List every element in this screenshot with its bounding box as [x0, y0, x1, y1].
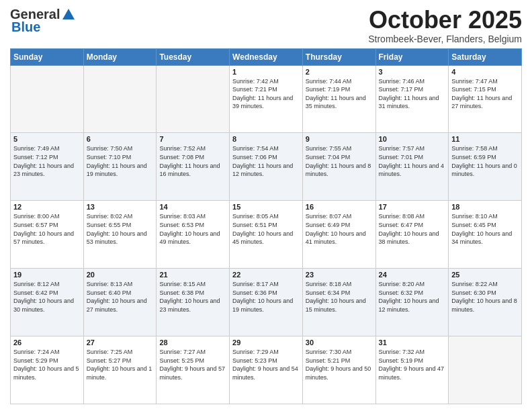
calendar-cell [11, 65, 84, 133]
calendar-cell [449, 336, 522, 404]
col-header-wednesday: Wednesday [230, 48, 303, 65]
day-info: Sunrise: 7:54 AMSunset: 7:06 PMDaylight:… [232, 144, 300, 178]
day-number: 28 [159, 338, 226, 347]
week-row-0: 1Sunrise: 7:42 AMSunset: 7:21 PMDaylight… [11, 65, 522, 133]
calendar-cell: 1Sunrise: 7:42 AMSunset: 7:21 PMDaylight… [230, 65, 303, 133]
week-row-4: 26Sunrise: 7:24 AMSunset: 5:29 PMDayligh… [11, 336, 522, 404]
calendar-cell: 22Sunrise: 8:17 AMSunset: 6:36 PMDayligh… [230, 269, 303, 336]
day-number: 5 [13, 135, 81, 143]
day-info: Sunrise: 7:49 AMSunset: 7:12 PMDaylight:… [13, 144, 81, 178]
day-info: Sunrise: 7:27 AMSunset: 5:25 PMDaylight:… [159, 348, 226, 381]
header: General Blue October 2025 Strombeek-Beve… [10, 7, 522, 44]
day-number: 18 [451, 203, 519, 211]
day-info: Sunrise: 8:22 AMSunset: 6:30 PMDaylight:… [451, 280, 519, 314]
day-number: 29 [232, 338, 300, 347]
calendar-cell: 9Sunrise: 7:55 AMSunset: 7:04 PMDaylight… [302, 133, 375, 201]
calendar-cell: 4Sunrise: 7:47 AMSunset: 7:15 PMDaylight… [449, 65, 522, 133]
day-number: 6 [87, 135, 154, 143]
day-number: 23 [306, 271, 373, 279]
calendar-cell: 10Sunrise: 7:57 AMSunset: 7:01 PMDayligh… [375, 133, 449, 201]
calendar-cell: 31Sunrise: 7:32 AMSunset: 5:19 PMDayligh… [375, 336, 449, 404]
col-header-saturday: Saturday [449, 48, 522, 65]
calendar-cell: 20Sunrise: 8:13 AMSunset: 6:40 PMDayligh… [83, 269, 157, 336]
calendar-cell: 11Sunrise: 7:58 AMSunset: 6:59 PMDayligh… [449, 133, 522, 201]
day-number: 17 [379, 203, 446, 211]
col-header-friday: Friday [375, 48, 449, 65]
calendar-cell: 13Sunrise: 8:02 AMSunset: 6:55 PMDayligh… [83, 201, 157, 269]
day-info: Sunrise: 7:42 AMSunset: 7:21 PMDaylight:… [232, 77, 300, 111]
day-info: Sunrise: 8:17 AMSunset: 6:36 PMDaylight:… [232, 280, 300, 314]
calendar-cell: 14Sunrise: 8:03 AMSunset: 6:53 PMDayligh… [157, 201, 230, 269]
calendar-cell: 5Sunrise: 7:49 AMSunset: 7:12 PMDaylight… [11, 133, 84, 201]
day-number: 26 [13, 338, 81, 347]
day-info: Sunrise: 7:52 AMSunset: 7:08 PMDaylight:… [159, 144, 226, 178]
month-title: October 2025 [368, 7, 522, 34]
calendar-cell: 17Sunrise: 8:08 AMSunset: 6:47 PMDayligh… [375, 201, 449, 269]
logo-icon [61, 7, 76, 22]
day-info: Sunrise: 7:55 AMSunset: 7:04 PMDaylight:… [306, 144, 373, 178]
day-number: 7 [159, 135, 226, 143]
day-info: Sunrise: 7:30 AMSunset: 5:21 PMDaylight:… [306, 348, 373, 381]
day-info: Sunrise: 8:12 AMSunset: 6:42 PMDaylight:… [13, 280, 81, 314]
day-info: Sunrise: 8:15 AMSunset: 6:38 PMDaylight:… [159, 280, 226, 314]
day-number: 25 [451, 271, 519, 279]
calendar-cell: 25Sunrise: 8:22 AMSunset: 6:30 PMDayligh… [449, 269, 522, 336]
calendar-table: SundayMondayTuesdayWednesdayThursdayFrid… [10, 48, 522, 404]
calendar-cell: 6Sunrise: 7:50 AMSunset: 7:10 PMDaylight… [83, 133, 157, 201]
day-number: 12 [13, 203, 81, 211]
day-number: 19 [13, 271, 81, 279]
day-info: Sunrise: 8:00 AMSunset: 6:57 PMDaylight:… [13, 212, 81, 246]
calendar-cell: 2Sunrise: 7:44 AMSunset: 7:19 PMDaylight… [302, 65, 375, 133]
day-number: 15 [232, 203, 300, 211]
day-number: 31 [379, 338, 446, 347]
week-row-3: 19Sunrise: 8:12 AMSunset: 6:42 PMDayligh… [11, 269, 522, 336]
title-block: October 2025 Strombeek-Bever, Flanders, … [368, 7, 522, 44]
col-header-thursday: Thursday [302, 48, 375, 65]
calendar-cell: 21Sunrise: 8:15 AMSunset: 6:38 PMDayligh… [157, 269, 230, 336]
location: Strombeek-Bever, Flanders, Belgium [368, 34, 522, 44]
calendar-cell: 16Sunrise: 8:07 AMSunset: 6:49 PMDayligh… [302, 201, 375, 269]
day-number: 27 [87, 338, 154, 347]
day-info: Sunrise: 8:03 AMSunset: 6:53 PMDaylight:… [159, 212, 226, 246]
day-number: 4 [451, 68, 519, 76]
calendar-cell: 30Sunrise: 7:30 AMSunset: 5:21 PMDayligh… [302, 336, 375, 404]
calendar-cell [157, 65, 230, 133]
day-number: 11 [451, 135, 519, 143]
col-header-sunday: Sunday [11, 48, 84, 65]
calendar-cell: 8Sunrise: 7:54 AMSunset: 7:06 PMDaylight… [230, 133, 303, 201]
day-info: Sunrise: 7:50 AMSunset: 7:10 PMDaylight:… [87, 144, 154, 178]
col-header-tuesday: Tuesday [157, 48, 230, 65]
calendar-cell [83, 65, 157, 133]
day-number: 13 [87, 203, 154, 211]
day-number: 14 [159, 203, 226, 211]
logo-blue-text: Blue [11, 19, 40, 35]
day-info: Sunrise: 7:46 AMSunset: 7:17 PMDaylight:… [379, 77, 446, 111]
day-number: 2 [306, 68, 373, 76]
calendar-cell: 7Sunrise: 7:52 AMSunset: 7:08 PMDaylight… [157, 133, 230, 201]
day-info: Sunrise: 8:13 AMSunset: 6:40 PMDaylight:… [87, 280, 154, 314]
day-info: Sunrise: 7:25 AMSunset: 5:27 PMDaylight:… [87, 348, 154, 381]
svg-marker-0 [62, 9, 75, 19]
calendar-cell: 18Sunrise: 8:10 AMSunset: 6:45 PMDayligh… [449, 201, 522, 269]
day-info: Sunrise: 8:18 AMSunset: 6:34 PMDaylight:… [306, 280, 373, 314]
day-info: Sunrise: 8:02 AMSunset: 6:55 PMDaylight:… [87, 212, 154, 246]
day-info: Sunrise: 7:24 AMSunset: 5:29 PMDaylight:… [13, 348, 81, 381]
day-number: 30 [306, 338, 373, 347]
day-info: Sunrise: 8:08 AMSunset: 6:47 PMDaylight:… [379, 212, 446, 246]
day-number: 16 [306, 203, 373, 211]
day-number: 10 [379, 135, 446, 143]
day-number: 20 [87, 271, 154, 279]
day-info: Sunrise: 8:10 AMSunset: 6:45 PMDaylight:… [451, 212, 519, 246]
day-info: Sunrise: 8:05 AMSunset: 6:51 PMDaylight:… [232, 212, 300, 246]
day-info: Sunrise: 8:20 AMSunset: 6:32 PMDaylight:… [379, 280, 446, 314]
week-row-2: 12Sunrise: 8:00 AMSunset: 6:57 PMDayligh… [11, 201, 522, 269]
page: General Blue October 2025 Strombeek-Beve… [0, 0, 532, 411]
calendar-cell: 15Sunrise: 8:05 AMSunset: 6:51 PMDayligh… [230, 201, 303, 269]
calendar-cell: 23Sunrise: 8:18 AMSunset: 6:34 PMDayligh… [302, 269, 375, 336]
logo: General Blue [10, 7, 76, 35]
calendar-cell: 3Sunrise: 7:46 AMSunset: 7:17 PMDaylight… [375, 65, 449, 133]
calendar-cell: 29Sunrise: 7:29 AMSunset: 5:23 PMDayligh… [230, 336, 303, 404]
day-info: Sunrise: 7:32 AMSunset: 5:19 PMDaylight:… [379, 348, 446, 381]
day-info: Sunrise: 7:29 AMSunset: 5:23 PMDaylight:… [232, 348, 300, 381]
day-info: Sunrise: 7:58 AMSunset: 6:59 PMDaylight:… [451, 144, 519, 178]
